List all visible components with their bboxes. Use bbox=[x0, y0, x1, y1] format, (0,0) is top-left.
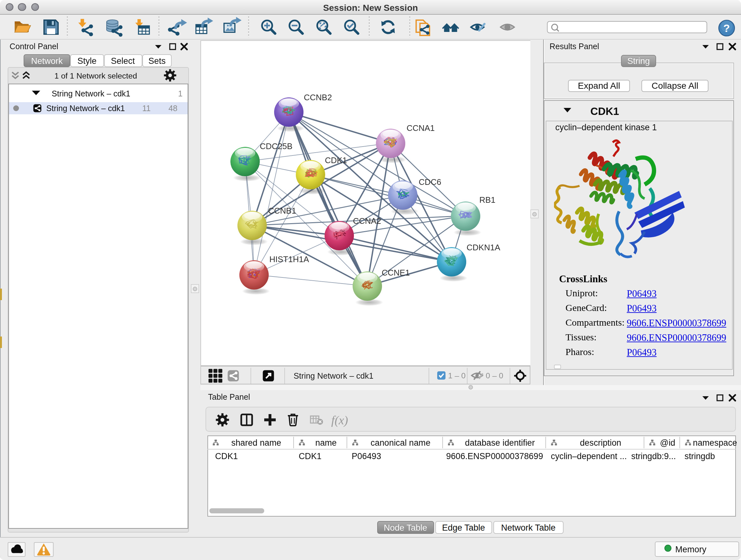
svg-text:CDC25B: CDC25B bbox=[260, 141, 293, 151]
svg-text:0 – 0: 0 – 0 bbox=[486, 371, 503, 380]
svg-text:1 – 0: 1 – 0 bbox=[448, 371, 466, 380]
svg-text:f(x): f(x) bbox=[331, 414, 348, 427]
svg-text:RB1: RB1 bbox=[479, 195, 495, 204]
svg-text:CCNA1: CCNA1 bbox=[407, 123, 434, 132]
svg-text:CCNB1: CCNB1 bbox=[268, 206, 296, 215]
svg-text:CCNE1: CCNE1 bbox=[382, 267, 410, 277]
svg-text:CDC6: CDC6 bbox=[419, 177, 441, 186]
svg-text:String Network – cdk1: String Network – cdk1 bbox=[293, 371, 374, 380]
svg-text:CDKN1A: CDKN1A bbox=[467, 242, 500, 252]
svg-text:CDK1: CDK1 bbox=[325, 155, 347, 165]
svg-text:CCNB2: CCNB2 bbox=[304, 92, 332, 102]
svg-text:?: ? bbox=[724, 22, 730, 34]
svg-text:CCNA2: CCNA2 bbox=[353, 216, 381, 226]
svg-text:HIST1H1A: HIST1H1A bbox=[269, 254, 309, 264]
